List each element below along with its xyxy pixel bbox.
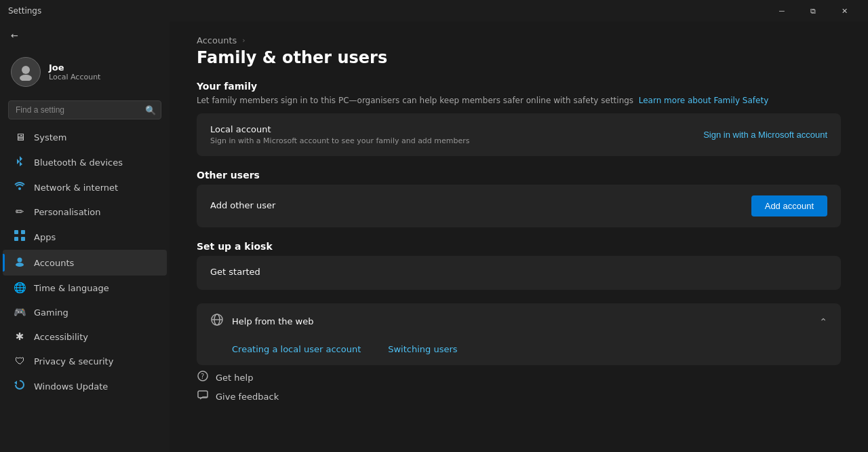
- family-card: Local account Sign in with a Microsoft a…: [197, 113, 841, 156]
- sidebar-item-label: System: [34, 132, 66, 143]
- sidebar-item-label: Gaming: [34, 307, 68, 318]
- breadcrumb-parent[interactable]: Accounts: [197, 35, 237, 45]
- titlebar-title: Settings: [8, 6, 766, 16]
- gaming-icon: 🎮: [14, 306, 26, 318]
- svg-rect-6: [21, 237, 25, 241]
- sidebar-item-apps[interactable]: Apps: [3, 224, 167, 250]
- svg-point-2: [18, 187, 21, 190]
- search-icon: 🔍: [145, 105, 156, 115]
- sidebar-item-label: Apps: [34, 232, 56, 242]
- breadcrumb-separator: ›: [242, 36, 245, 45]
- svg-point-1: [20, 75, 32, 81]
- sidebar-item-personalisation[interactable]: ✏️ Personalisation: [3, 200, 167, 224]
- apps-icon: [14, 230, 26, 244]
- other-users-card-label: Add other user: [210, 200, 275, 210]
- sidebar-item-gaming[interactable]: 🎮 Gaming: [3, 300, 167, 324]
- titlebar: Settings ─ ⧉ ✕: [0, 0, 868, 22]
- svg-rect-5: [14, 237, 18, 241]
- minimize-button[interactable]: ─: [766, 0, 797, 22]
- sidebar-item-label: Personalisation: [34, 207, 101, 217]
- give-feedback-link[interactable]: Give feedback: [197, 390, 841, 403]
- update-icon: [14, 379, 26, 393]
- learn-more-link[interactable]: Learn more about Family Safety: [639, 96, 769, 105]
- accessibility-icon: ✱: [14, 331, 26, 343]
- other-users-title: Other users: [197, 170, 841, 181]
- chevron-up-icon: [819, 315, 827, 328]
- sidebar-item-time[interactable]: 🌐 Time & language: [3, 276, 167, 300]
- kiosk-card-label: Get started: [210, 267, 260, 277]
- app-body: ← Joe Local Account 🔍 🖥 System: [0, 22, 868, 452]
- sidebar-item-accounts[interactable]: Accounts: [3, 250, 167, 276]
- back-icon: ←: [11, 31, 18, 41]
- avatar: [11, 57, 41, 87]
- bottom-links: ? Get help Give feedback: [197, 371, 841, 403]
- titlebar-controls: ─ ⧉ ✕: [766, 0, 860, 22]
- main-content: Accounts › Family & other users Your fam…: [170, 22, 868, 452]
- network-icon: [14, 181, 26, 193]
- get-help-label: Get help: [216, 373, 253, 383]
- svg-point-0: [22, 66, 30, 74]
- sidebar-item-system[interactable]: 🖥 System: [3, 125, 167, 149]
- help-link-local-account[interactable]: Creating a local user account: [232, 344, 361, 354]
- help-header-left: Help from the web: [210, 313, 314, 329]
- your-family-subtitle: Let family members sign in to this PC—or…: [197, 96, 841, 105]
- family-card-label: Local account: [210, 124, 470, 134]
- sidebar: ← Joe Local Account 🔍 🖥 System: [0, 22, 170, 452]
- get-help-link[interactable]: ? Get help: [197, 371, 841, 384]
- your-family-title: Your family: [197, 81, 841, 92]
- other-users-section: Other users Add other user Add account: [197, 170, 841, 227]
- personalise-icon: ✏️: [14, 206, 26, 218]
- feedback-icon: [197, 390, 209, 403]
- user-name: Joe: [49, 62, 100, 73]
- sidebar-item-label: Windows Update: [34, 381, 108, 392]
- search-input[interactable]: [8, 100, 161, 119]
- user-info: Joe Local Account: [49, 62, 100, 81]
- sign-in-microsoft-button[interactable]: Sign in with a Microsoft account: [703, 130, 827, 140]
- back-button[interactable]: ←: [0, 22, 170, 49]
- svg-rect-4: [21, 230, 25, 234]
- user-type: Local Account: [49, 73, 100, 81]
- help-globe-icon: [210, 313, 224, 329]
- family-card-desc: Sign in with a Microsoft account to see …: [210, 136, 470, 145]
- help-title: Help from the web: [232, 316, 314, 326]
- get-help-icon: ?: [197, 371, 209, 384]
- svg-point-7: [18, 258, 22, 263]
- your-family-section: Your family Let family members sign in t…: [197, 81, 841, 156]
- sidebar-nav: 🖥 System Bluetooth & devices Network & i…: [0, 125, 170, 399]
- give-feedback-label: Give feedback: [216, 392, 279, 402]
- svg-text:?: ?: [201, 373, 204, 380]
- system-icon: 🖥: [14, 131, 26, 143]
- breadcrumb: Accounts ›: [197, 35, 841, 45]
- bluetooth-icon: [14, 155, 26, 169]
- accounts-icon: [14, 256, 26, 269]
- close-button[interactable]: ✕: [829, 0, 860, 22]
- user-section: Joe Local Account: [0, 49, 170, 95]
- sidebar-item-update[interactable]: Windows Update: [3, 373, 167, 399]
- add-account-button[interactable]: Add account: [751, 195, 827, 216]
- help-links: Creating a local user account Switching …: [197, 339, 841, 365]
- sidebar-item-label: Privacy & security: [34, 356, 113, 366]
- time-icon: 🌐: [14, 282, 26, 294]
- sidebar-item-bluetooth[interactable]: Bluetooth & devices: [3, 149, 167, 175]
- page-title: Family & other users: [197, 48, 841, 67]
- sidebar-item-label: Time & language: [34, 283, 109, 293]
- search-box: 🔍: [8, 100, 161, 119]
- sidebar-item-privacy[interactable]: 🛡 Privacy & security: [3, 349, 167, 373]
- kiosk-section: Set up a kiosk Get started: [197, 241, 841, 290]
- restore-button[interactable]: ⧉: [797, 0, 829, 22]
- svg-rect-3: [14, 230, 18, 234]
- sidebar-item-label: Bluetooth & devices: [34, 157, 123, 168]
- sidebar-item-accessibility[interactable]: ✱ Accessibility: [3, 324, 167, 349]
- sidebar-item-network[interactable]: Network & internet: [3, 175, 167, 200]
- sidebar-item-label: Accounts: [34, 258, 74, 268]
- kiosk-title: Set up a kiosk: [197, 241, 841, 252]
- help-card: Help from the web Creating a local user …: [197, 303, 841, 365]
- help-link-switching-users[interactable]: Switching users: [388, 344, 457, 354]
- privacy-icon: 🛡: [14, 355, 26, 367]
- sidebar-item-label: Accessibility: [34, 332, 88, 342]
- kiosk-card: Get started: [197, 256, 841, 290]
- other-users-card: Add other user Add account: [197, 185, 841, 227]
- svg-marker-9: [14, 381, 17, 385]
- svg-point-8: [16, 263, 24, 267]
- help-header[interactable]: Help from the web: [197, 303, 841, 339]
